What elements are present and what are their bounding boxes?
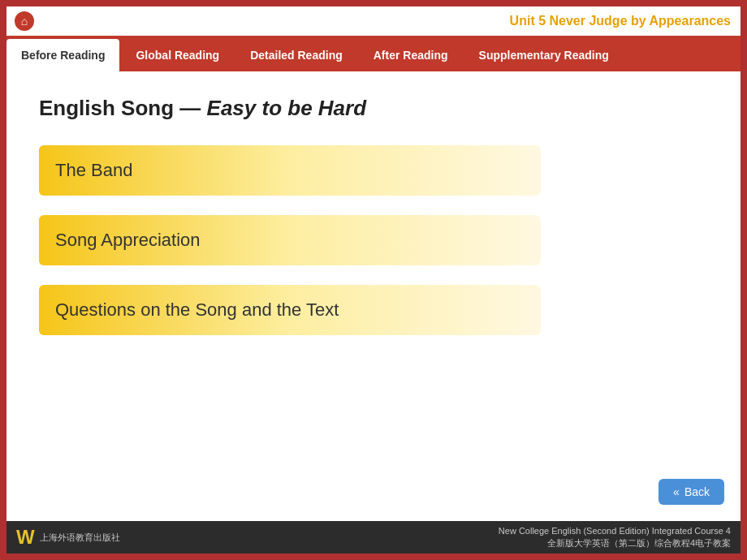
footer-publisher: 上海外语教育出版社 <box>40 532 120 544</box>
tab-before-reading[interactable]: Before Reading <box>6 39 119 71</box>
home-icon <box>15 11 34 31</box>
questions-song-text-button[interactable]: Questions on the Song and the Text <box>39 285 541 335</box>
song-appreciation-button[interactable]: Song Appreciation <box>39 215 541 265</box>
main-content: English Song — Easy to be Hard The Band … <box>6 71 741 521</box>
footer-right-line1: New College English (Second Edition) Int… <box>499 525 731 537</box>
tab-navigation: Before Reading Global Reading Detailed R… <box>6 36 741 71</box>
back-button-label: Back <box>684 485 710 498</box>
tab-after-reading[interactable]: After Reading <box>359 39 463 71</box>
outer-frame: Unit 5 Never Judge by Appearances Before… <box>0 0 747 560</box>
tab-global-reading[interactable]: Global Reading <box>121 39 234 71</box>
tab-supplementary-reading[interactable]: Supplementary Reading <box>464 39 624 71</box>
inner-frame: Unit 5 Never Judge by Appearances Before… <box>6 6 741 554</box>
unit-title: Unit 5 Never Judge by Appearances <box>510 14 731 28</box>
page-title: English Song — Easy to be Hard <box>39 96 708 121</box>
footer-right-line2: 全新版大学英语（第二版）综合教程4电子教案 <box>499 537 731 549</box>
tab-detailed-reading[interactable]: Detailed Reading <box>235 39 357 71</box>
footer-right: New College English (Second Edition) Int… <box>499 525 731 550</box>
footer-bar: W 上海外语教育出版社 New College English (Second … <box>6 521 741 554</box>
footer-logo-w: W <box>16 526 35 549</box>
the-band-button[interactable]: The Band <box>39 145 541 196</box>
back-arrows-icon: « <box>673 485 680 498</box>
back-button[interactable]: « Back <box>658 479 724 505</box>
footer-logo: W 上海外语教育出版社 <box>16 526 120 549</box>
header-bar: Unit 5 Never Judge by Appearances <box>6 6 741 36</box>
page-title-plain: English Song — <box>39 96 207 120</box>
page-title-italic: Easy to be Hard <box>207 96 367 120</box>
